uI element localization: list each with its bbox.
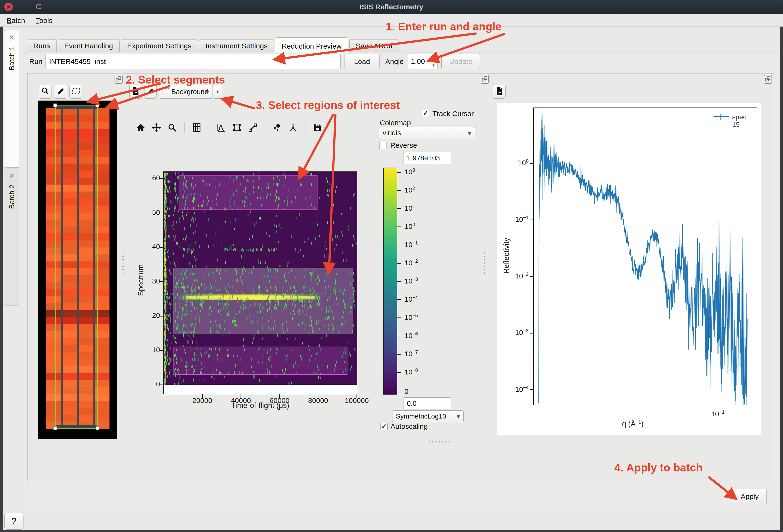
tab-event-handling[interactable]: Event Handling (58, 39, 119, 53)
map-y-axis-label: Spectrum (136, 252, 145, 309)
colorbar-min-input[interactable] (403, 397, 451, 409)
refl-y-tick: 10−4 (502, 385, 529, 393)
reflectivity-plot[interactable] (534, 108, 757, 405)
export-plot-button[interactable] (129, 85, 142, 99)
spin-down-icon[interactable] (430, 62, 437, 69)
colorbar-tick: 10−4 (404, 295, 418, 303)
scatter-icon[interactable] (271, 121, 284, 134)
float-panel-icon[interactable] (481, 75, 489, 84)
map-x-tickmark (202, 394, 203, 398)
export-plot-button[interactable] (493, 85, 506, 99)
reverse-checkbox[interactable] (379, 142, 386, 149)
plot-toolbar (134, 121, 324, 134)
colorbar-max-input[interactable] (403, 152, 451, 164)
pan-icon[interactable] (150, 121, 163, 134)
window-edge-right (780, 26, 783, 530)
line-icon[interactable] (246, 121, 259, 134)
colorbar-tickmark (397, 190, 401, 191)
splitter-handle[interactable] (426, 440, 452, 443)
update-button[interactable]: Update (441, 54, 480, 69)
export-icon (495, 87, 503, 97)
run-input[interactable] (45, 54, 341, 69)
refl-y-axis-label: Reflectivity (502, 227, 511, 285)
map-x-tickmark (241, 394, 241, 398)
refl-y-tick: 10−3 (502, 328, 529, 337)
menu-batch[interactable]: Batch (7, 16, 25, 25)
tab-reduction-preview[interactable]: Reduction Preview (275, 37, 348, 53)
angle-spinner[interactable]: 1.00 (408, 54, 438, 69)
tof-spectrum-map[interactable] (164, 172, 357, 394)
scale-value: SymmetricLog10 (396, 412, 446, 420)
zoom-tool-button[interactable] (39, 85, 52, 99)
pencil-icon (57, 87, 65, 96)
spin-up-icon[interactable] (430, 54, 437, 62)
autoscaling-label: Autoscaling (390, 422, 428, 431)
tab-instrument-settings[interactable]: Instrument Settings (199, 39, 274, 53)
colorbar-tick: 10−1 (404, 240, 418, 249)
colorbar-tickmark (397, 263, 401, 264)
edit-shape-icon[interactable] (230, 121, 244, 134)
legend-label: spec 15 (732, 113, 755, 129)
refl-y-tickmark (530, 333, 534, 334)
colorbar-tickmark (397, 245, 401, 245)
save-icon[interactable] (311, 121, 324, 134)
legend[interactable]: spec 15 (710, 111, 755, 123)
colorbar-tick: 0 (404, 388, 408, 396)
track-cursor-checkbox[interactable] (422, 110, 429, 117)
help-button[interactable]: ? (4, 513, 24, 530)
map-y-tick: 10 (143, 346, 160, 354)
peak-pick-icon[interactable] (287, 121, 300, 134)
map-y-tickmark (160, 281, 164, 282)
colorbar-tickmark (397, 354, 401, 355)
colorbar (383, 168, 397, 395)
profile-icon[interactable] (215, 121, 228, 134)
zoom-icon[interactable] (166, 121, 179, 134)
map-y-tick: 50 (143, 208, 160, 217)
scale-select[interactable]: SymmetricLog10 (392, 410, 464, 422)
roi-type-select[interactable]: Background (159, 85, 213, 99)
roi-dropdown-arrow[interactable]: ▾ (213, 85, 222, 99)
splitter-handle[interactable] (483, 251, 486, 275)
splitter-handle[interactable] (122, 251, 124, 275)
autoscaling-checkbox[interactable] (380, 423, 388, 430)
colorbar-tickmark (397, 394, 401, 394)
colormap-value: viridis (383, 129, 401, 137)
colorbar-tickmark (397, 227, 401, 227)
angle-value: 1.00 (411, 57, 425, 65)
colorbar-tick: 103 (404, 167, 415, 176)
close-batch-icon[interactable]: ✕ (9, 34, 14, 41)
menu-tools[interactable]: Tools (36, 16, 53, 25)
edit-tool-button[interactable] (54, 85, 67, 99)
edit-plot-button[interactable] (144, 85, 157, 99)
grid-icon[interactable] (190, 121, 203, 134)
float-panel-icon[interactable] (764, 75, 772, 84)
colorbar-tickmark (397, 372, 401, 373)
refl-x-tick: 10−1 (703, 409, 733, 418)
refl-x-tickmark (717, 405, 717, 409)
home-icon[interactable] (134, 121, 147, 134)
batch-tab-2[interactable]: ✕ Batch 2 (4, 169, 19, 305)
colorbar-tick: 100 (404, 222, 415, 231)
tab-experiment-settings[interactable]: Experiment Settings (121, 39, 198, 53)
detector-image[interactable] (38, 101, 117, 439)
tab-runs[interactable]: Runs (27, 39, 57, 53)
refl-y-tickmark (530, 220, 534, 220)
apply-button[interactable]: Apply (733, 489, 767, 504)
rectangle-select-button[interactable] (69, 85, 83, 99)
map-x-tickmark (356, 394, 357, 398)
map-y-tickmark (160, 385, 164, 385)
map-y-tickmark (160, 212, 164, 213)
load-button[interactable]: Load (345, 54, 379, 69)
map-x-axis-label: Time-of-flight (μs) (212, 401, 308, 410)
map-y-tickmark (160, 178, 164, 179)
window-edge-left (0, 26, 3, 530)
batch-tab-1[interactable]: ✕ Batch 1 (4, 30, 19, 168)
float-panel-icon[interactable] (115, 75, 123, 84)
colormap-select[interactable]: viridis (379, 127, 475, 139)
map-y-tick: 20 (143, 311, 160, 320)
map-y-tickmark (160, 316, 164, 317)
colorbar-tick: 10−6 (404, 331, 418, 340)
toolbar-separator (184, 122, 185, 133)
tab-save-ascii[interactable]: Save ASCII (349, 39, 399, 53)
close-batch-icon[interactable]: ✕ (9, 173, 14, 179)
